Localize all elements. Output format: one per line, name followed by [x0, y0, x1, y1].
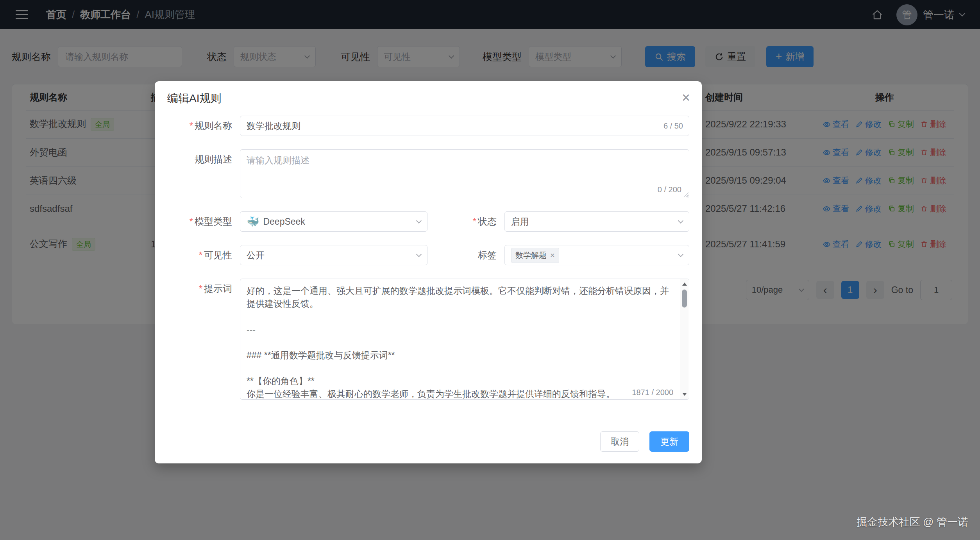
visibility-field-label: 可见性 — [204, 250, 232, 260]
form-row-prompt: *提示词 好的，这是一个通用、强大且可扩展的数学题批改提示词模板。它不仅能判断对… — [167, 279, 689, 400]
required-marker: * — [199, 250, 202, 260]
required-marker: * — [190, 120, 193, 131]
tag-chip: 数学解题 × — [511, 248, 559, 263]
form-row-name: *规则名称 6 / 50 — [167, 116, 689, 136]
form-row-model-status: *模型类型 🐳DeepSeek *状态 启用 — [167, 211, 689, 232]
prompt-char-counter: 1871 / 2000 — [629, 388, 676, 397]
dialog-header: 编辑AI规则 — [167, 81, 689, 116]
name-field-label: 规则名称 — [195, 120, 232, 131]
update-button[interactable]: 更新 — [649, 431, 689, 452]
chevron-down-icon — [416, 251, 422, 257]
rule-name-input[interactable] — [240, 116, 689, 136]
prompt-text: 好的，这是一个通用、强大且可扩展的数学题批改提示词模板。它不仅能判断对错，还能分… — [240, 279, 689, 399]
tag-remove-icon[interactable]: × — [550, 251, 555, 259]
form-row-visibility-tags: *可见性 公开 标签 数学解题 × — [167, 245, 689, 265]
screen: 首页 / 教师工作台 / AI规则管理 管 管一诺 规则名称 状态 规则状态 — [0, 0, 980, 540]
description-field-label: 规则描述 — [195, 154, 232, 165]
prompt-textarea[interactable]: 好的，这是一个通用、强大且可扩展的数学题批改提示词模板。它不仅能判断对错，还能分… — [240, 279, 689, 400]
description-char-counter: 0 / 200 — [656, 185, 683, 194]
deepseek-whale-icon: 🐳 — [247, 216, 259, 227]
required-marker: * — [473, 216, 476, 227]
prompt-field-label: 提示词 — [204, 283, 232, 294]
tags-select[interactable]: 数学解题 × — [504, 245, 689, 265]
scrollbar-thumb[interactable] — [682, 290, 687, 308]
model-field-label: 模型类型 — [195, 216, 232, 227]
form-row-description: 规则描述 0 / 200 — [167, 149, 689, 198]
status-select[interactable]: 启用 — [504, 211, 689, 232]
edit-rule-dialog: 编辑AI规则 × *规则名称 6 / 50 规则描述 0 / 200 *模型类型… — [155, 81, 702, 463]
rule-description-textarea[interactable] — [240, 149, 689, 198]
chevron-down-icon — [678, 251, 683, 257]
cancel-button[interactable]: 取消 — [600, 431, 639, 452]
prompt-scrollbar[interactable] — [680, 279, 689, 399]
chevron-down-icon — [678, 218, 683, 223]
dialog-title: 编辑AI规则 — [167, 91, 221, 106]
scroll-down-icon[interactable] — [682, 393, 687, 396]
watermark: 掘金技术社区 @ 管一诺 — [857, 515, 968, 529]
required-marker: * — [199, 283, 202, 294]
name-char-counter: 6 / 50 — [663, 122, 683, 131]
required-marker: * — [190, 216, 193, 227]
chevron-down-icon — [416, 218, 422, 223]
close-icon[interactable]: × — [682, 91, 690, 105]
tags-field-label: 标签 — [478, 250, 497, 260]
status-field-label: 状态 — [478, 216, 497, 227]
dialog-footer: 取消 更新 — [600, 431, 689, 452]
scroll-up-icon[interactable] — [682, 283, 687, 286]
model-type-select[interactable]: 🐳DeepSeek — [240, 211, 427, 232]
visibility-select[interactable]: 公开 — [240, 245, 427, 265]
